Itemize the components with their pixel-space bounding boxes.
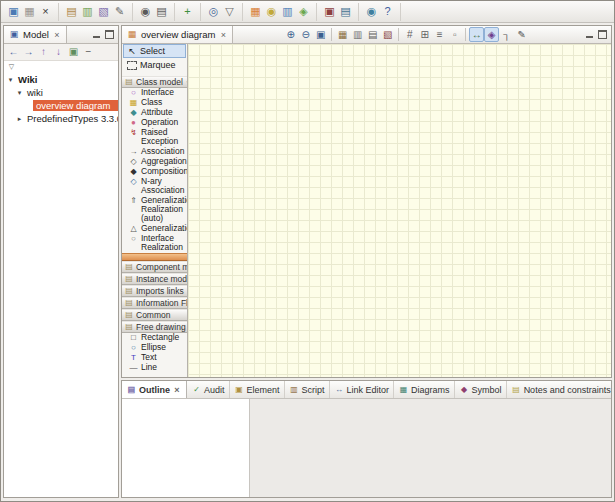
palette-item-label: Ellipse xyxy=(141,343,186,352)
save-image-icon[interactable]: ▦ xyxy=(335,27,350,42)
tab-diagrams[interactable]: ▦Diagrams xyxy=(394,381,455,398)
tab-symbol[interactable]: ◆Symbol xyxy=(455,381,507,398)
line-icon: — xyxy=(128,363,139,372)
palette-section-information-flo[interactable]: ▤Information Flo... xyxy=(122,297,187,309)
script-console-icon[interactable]: ▤ xyxy=(338,4,353,19)
palette-item-n-ary-association[interactable]: ◇N-ary Association xyxy=(122,177,187,196)
help-icon[interactable]: ? xyxy=(380,4,395,19)
filter-icon[interactable]: ▽ xyxy=(222,4,237,19)
palette-tool-label: Select xyxy=(140,46,183,56)
save-icon[interactable]: ▦ xyxy=(22,4,37,19)
palette-item-raised-exception[interactable]: ↯Raised Exception xyxy=(122,128,187,147)
create-usecase-diagram-icon[interactable]: ◉ xyxy=(264,4,279,19)
palette: ↖SelectMarquee▤Class model◈○Interface▦Cl… xyxy=(122,44,188,377)
palette-section-imports-links[interactable]: ▤Imports links xyxy=(122,285,187,297)
editor-toolbar: ⊕⊖▣▦▥▤▧#⊞≡▫↔◈┐✎ xyxy=(283,26,531,43)
delete-icon[interactable]: × xyxy=(38,4,53,19)
smart-links-icon[interactable]: ↔ xyxy=(469,27,484,42)
model-tab-label: Model xyxy=(23,29,49,40)
create-class-diagram-icon[interactable]: ▦ xyxy=(248,4,263,19)
navigate-into-icon[interactable]: ↓ xyxy=(51,45,66,59)
tab-notes-and-constraints[interactable]: ▤Notes and constraints xyxy=(507,381,611,398)
snapshot-icon[interactable]: ◉ xyxy=(138,4,153,19)
page-breaks-icon[interactable]: ▫ xyxy=(447,27,462,42)
pin-icon[interactable]: ◈ xyxy=(185,78,187,87)
tab-link-editor[interactable]: ↔Link Editor xyxy=(330,381,395,398)
link-with-selection-icon[interactable]: ▣ xyxy=(66,45,81,59)
tab-element[interactable]: ▣Element xyxy=(230,381,285,398)
drawer-icon: ▤ xyxy=(124,299,134,308)
zoom-out-icon[interactable]: ⊖ xyxy=(298,27,313,42)
properties-icon[interactable]: ✎ xyxy=(112,4,127,19)
properties-view-icon[interactable]: ✎ xyxy=(514,27,529,42)
palette-scrolled-section-header[interactable] xyxy=(122,253,187,261)
palette-item-label: Rectangle xyxy=(141,333,186,342)
show-grid-icon[interactable]: # xyxy=(402,27,417,42)
zoom-fit-icon[interactable]: ▣ xyxy=(313,27,328,42)
tab-script[interactable]: ▥Script xyxy=(285,381,330,398)
model-view-tab[interactable]: ▣ Model × xyxy=(4,26,67,43)
audit-model-icon[interactable]: ▣ xyxy=(322,4,337,19)
maximize-icon[interactable] xyxy=(105,30,114,39)
web-browser-icon[interactable]: ◉ xyxy=(364,4,379,19)
palette-tool-select[interactable]: ↖Select xyxy=(123,44,186,58)
tree-item-wiki[interactable]: ▾wiki xyxy=(4,86,118,99)
palette-item-line[interactable]: —Line xyxy=(122,363,187,373)
navigate-up-icon[interactable]: ↑ xyxy=(36,45,51,59)
palette-section-component-mo[interactable]: ▤Component mo... xyxy=(122,261,187,273)
close-icon[interactable]: × xyxy=(172,385,182,395)
add-element-icon[interactable]: + xyxy=(180,4,195,19)
editor-tab-label: overview diagram xyxy=(141,29,215,40)
close-icon[interactable]: × xyxy=(218,30,228,40)
snap-to-grid-icon[interactable]: ⊞ xyxy=(417,27,432,42)
dropdown-icon: ▽ xyxy=(7,62,16,71)
editor-tab-overview-diagram[interactable]: ▦ overview diagram × xyxy=(122,26,233,43)
expander-icon[interactable]: ▸ xyxy=(15,115,24,123)
palette-section-common[interactable]: ▤Common xyxy=(122,309,187,321)
tab-audit[interactable]: ✓Audit xyxy=(187,381,230,398)
main-toolbar: ▣▦×▤▥▧✎◉▤+◎▽▦◉▥◈▣▤◉? xyxy=(1,1,614,23)
outline-view-content[interactable] xyxy=(122,399,250,497)
palette-item-generalizatio-realization-auto[interactable]: ⇑Generalizatio... Realization (auto) xyxy=(122,196,187,224)
maximize-icon[interactable] xyxy=(598,30,607,39)
operation-icon: ● xyxy=(128,118,139,127)
tree-item-wiki[interactable]: ▾Wiki xyxy=(4,73,118,86)
tree-item-predefinedtypes-3-3-00[interactable]: ▸PredefinedTypes 3.3.00 xyxy=(4,112,118,125)
palette-item-interface-realization[interactable]: ○Interface Realization xyxy=(122,234,187,253)
diagram-canvas[interactable] xyxy=(188,44,611,377)
show-rulers-icon[interactable]: ≡ xyxy=(432,27,447,42)
export-image-icon[interactable]: ▧ xyxy=(380,27,395,42)
toolbar-group: ▣▤ xyxy=(320,3,359,21)
new-diagram-icon[interactable]: ▥ xyxy=(80,4,95,19)
copy-image-icon[interactable]: ▥ xyxy=(350,27,365,42)
search-icon[interactable]: ◎ xyxy=(206,4,221,19)
text-icon: T xyxy=(128,353,139,362)
print-icon[interactable]: ▤ xyxy=(154,4,169,19)
palette-section-instance-model[interactable]: ▤Instance model xyxy=(122,273,187,285)
print-diagram-icon[interactable]: ▤ xyxy=(365,27,380,42)
minimize-icon[interactable] xyxy=(92,30,101,39)
navigate-back-icon[interactable]: ← xyxy=(6,45,21,59)
model-filter-row: ▽ xyxy=(4,61,118,72)
collapse-all-icon[interactable]: − xyxy=(81,45,96,59)
drawer-icon: ▤ xyxy=(124,311,134,320)
link-style-icon[interactable]: ┐ xyxy=(499,27,514,42)
script-icon: ▥ xyxy=(289,384,300,395)
new-window-icon[interactable]: ▣ xyxy=(6,4,21,19)
close-icon[interactable]: × xyxy=(52,30,62,40)
palette-tool-marquee[interactable]: Marquee xyxy=(123,58,186,72)
tree-item-overview-diagram[interactable]: overview diagram xyxy=(4,99,118,112)
auto-layout-icon[interactable]: ◈ xyxy=(484,27,499,42)
expander-icon[interactable]: ▾ xyxy=(6,76,15,84)
notes-icon: ▤ xyxy=(511,384,522,395)
minimize-icon[interactable] xyxy=(585,30,594,39)
expander-icon[interactable]: ▾ xyxy=(15,89,24,97)
zoom-in-icon[interactable]: ⊕ xyxy=(283,27,298,42)
model-tree: ▾Wiki▾wikioverview diagram▸PredefinedTyp… xyxy=(4,72,118,497)
create-sequence-diagram-icon[interactable]: ▥ xyxy=(280,4,295,19)
navigate-forward-icon[interactable]: → xyxy=(21,45,36,59)
create-bpmn-diagram-icon[interactable]: ◈ xyxy=(296,4,311,19)
new-document-icon[interactable]: ▧ xyxy=(96,4,111,19)
tab-outline[interactable]: ▤Outline× xyxy=(122,381,187,398)
open-icon[interactable]: ▤ xyxy=(64,4,79,19)
